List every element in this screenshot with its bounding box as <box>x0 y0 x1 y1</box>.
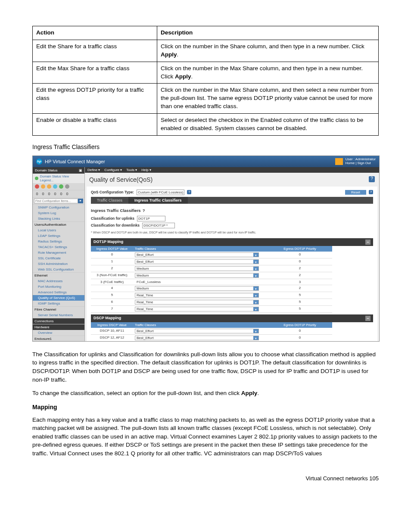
traffic-class-select[interactable]: Medium▾ <box>135 266 259 271</box>
help-icon[interactable]: ? <box>369 176 375 182</box>
table-row: DSCP 10, AF11Best_Effort▾0 <box>91 328 332 335</box>
sidebar: Domain Status▣ Domain Status View Legend… <box>33 167 85 342</box>
egress-priority-cell: 0 <box>274 335 325 341</box>
traffic-class-select[interactable]: Real_Time▾ <box>135 293 259 298</box>
info-icon[interactable]: ? <box>143 208 145 213</box>
nav-item[interactable]: SNMP Configuration <box>33 205 84 210</box>
nav-item[interactable]: SSH Administration <box>33 261 84 267</box>
reset-button[interactable]: Reset <box>345 190 366 195</box>
search-go-button[interactable]: ▸ <box>78 199 83 203</box>
nav-item-qos[interactable]: Quality of Service (QoS) <box>33 295 84 301</box>
nav-item[interactable]: Server Serial Numbers <box>33 312 84 318</box>
status-info-icon[interactable] <box>53 184 57 189</box>
tab-ingress-classifiers[interactable]: Ingress Traffic Classifiers <box>128 197 188 204</box>
nav-item[interactable]: TACACS+ Settings <box>33 244 84 250</box>
traffic-class-select[interactable]: Best_Effort▾ <box>135 329 259 333</box>
nav-item[interactable]: Radius Settings <box>33 239 84 244</box>
nav-item[interactable]: System Log <box>33 210 84 216</box>
action-cell: Edit the Share for a traffic class <box>33 40 157 62</box>
status-ok2-icon[interactable] <box>59 184 63 189</box>
table-row: 3 (Non-FCoE traffic)Medium▾2 <box>91 272 332 279</box>
sidebar-search[interactable]: ▸ <box>33 198 84 205</box>
downlinks-select[interactable]: DSCP/DOT1P * <box>142 223 175 228</box>
action-cell: Edit the egress DOT1P priority for a tra… <box>33 84 157 114</box>
mapping-heading: Mapping <box>32 404 379 411</box>
menu-help[interactable]: Help ▾ <box>141 168 151 172</box>
chevron-down-icon[interactable]: ▾ <box>253 329 258 333</box>
nav-connections[interactable]: Connections <box>33 318 84 324</box>
collapse-icon[interactable]: − <box>365 316 371 321</box>
traffic-class-select[interactable]: Best_Effort▾ <box>135 252 259 257</box>
tab-row: Traffic Classes Ingress Traffic Classifi… <box>91 197 373 204</box>
nav-category[interactable]: Fibre Channel <box>33 306 84 312</box>
menubar: Define ▾ Configure ▾ Tools ▾ Help ▾ <box>85 167 379 173</box>
status-unknown-icon[interactable] <box>65 184 69 189</box>
domain-legend[interactable]: Domain Status View Legend... <box>33 174 84 183</box>
desc-cell: Click on the number in the Max Share col… <box>157 84 379 114</box>
tab-traffic-classes[interactable]: Traffic Classes <box>91 197 128 204</box>
nav-category[interactable]: Ethernet <box>33 272 84 278</box>
nav-item[interactable]: Enclosure1 <box>33 336 84 342</box>
nav-item[interactable]: Local Users <box>33 227 84 233</box>
table-row: 0Best_Effort▾0 <box>91 252 332 258</box>
status-critical-icon[interactable] <box>35 184 39 189</box>
nav-item[interactable]: Stacking Links <box>33 216 84 221</box>
chevron-down-icon[interactable]: ▾ <box>253 274 258 277</box>
nav-category[interactable]: Users/Authentication <box>33 221 84 227</box>
ingress-value-cell: 4 <box>91 285 133 292</box>
footnote: * When DSCP and DOT1P are both in use, D… <box>91 230 373 236</box>
nav-item[interactable]: Port Monitoring <box>33 284 84 289</box>
egress-priority-cell: 3 <box>274 279 325 285</box>
app-titlebar: hp HP Virtual Connect Manager User : Adm… <box>33 156 379 167</box>
traffic-class-select[interactable]: Medium▾ <box>135 273 259 278</box>
menu-tools[interactable]: Tools ▾ <box>126 168 137 172</box>
status-caution-icon[interactable] <box>47 184 51 189</box>
chevron-down-icon[interactable]: ▾ <box>253 293 258 297</box>
home-signout-link[interactable]: Home | Sign Out <box>346 162 376 165</box>
ingress-value-cell: 2 <box>91 265 133 272</box>
info-icon[interactable]: ? <box>369 190 373 194</box>
nav-hardware[interactable]: Hardware <box>33 324 84 330</box>
desc-cell: Select or deselect the checkbox in the E… <box>157 114 379 136</box>
nav-item[interactable]: Advanced Settings <box>33 289 84 295</box>
traffic-class-select[interactable]: Best_Effort▾ <box>135 336 259 340</box>
traffic-class-select[interactable]: Real_Time▾ <box>135 307 259 311</box>
chevron-down-icon[interactable]: ▾ <box>253 300 258 304</box>
action-cell: Edit the Max Share for a traffic class <box>33 62 157 84</box>
chevron-down-icon[interactable]: ▾ <box>253 260 258 264</box>
chevron-down-icon[interactable]: ▾ <box>253 307 258 311</box>
nav-item[interactable]: Overview <box>33 330 84 336</box>
table-row: Edit the Share for a traffic class Click… <box>33 40 379 62</box>
desc-cell: Click on the number in the Share column,… <box>157 40 379 62</box>
dot1p-mapping-table: Ingress DOT1P Value Traffic Classes Egre… <box>91 246 332 313</box>
chevron-down-icon[interactable]: ▾ <box>253 336 258 340</box>
traffic-class-select[interactable]: Real_Time▾ <box>135 300 259 305</box>
traffic-class-static: FCoE_Lossless <box>135 280 161 284</box>
nav-item[interactable]: SSL Certificate <box>33 255 84 261</box>
ingress-value-cell: DSCP 10, AF11 <box>91 328 133 334</box>
egress-priority-cell: 5 <box>274 299 325 305</box>
traffic-class-select[interactable]: Best_Effort▾ <box>135 259 259 264</box>
config-type-label: QoS Configuration Type: <box>91 190 134 194</box>
collapse-icon[interactable]: ▣ <box>79 168 82 172</box>
nav-item[interactable]: IGMP Settings <box>33 301 84 306</box>
home-icon[interactable] <box>335 158 343 165</box>
collapse-icon[interactable]: − <box>365 240 371 245</box>
status-warning-icon[interactable] <box>41 184 45 189</box>
chevron-down-icon[interactable]: ▾ <box>253 253 258 257</box>
chevron-down-icon[interactable]: ▾ <box>253 267 258 271</box>
nav-item[interactable]: Web SSL Configuration <box>33 267 84 272</box>
uplinks-select[interactable]: DOT1P <box>137 216 165 221</box>
egress-priority-cell: 5 <box>274 292 325 299</box>
menu-define[interactable]: Define ▾ <box>87 168 100 172</box>
menu-configure[interactable]: Configure ▾ <box>104 168 122 172</box>
traffic-class-select[interactable]: Medium▾ <box>135 286 259 291</box>
chevron-down-icon[interactable]: ▾ <box>253 286 258 290</box>
status-ok-icon <box>35 177 38 180</box>
info-icon[interactable]: ? <box>187 190 191 194</box>
search-input[interactable] <box>34 199 78 203</box>
nav-item[interactable]: LDAP Settings <box>33 233 84 239</box>
nav-item[interactable]: MAC Addresses <box>33 278 84 284</box>
nav-item[interactable]: Role Management <box>33 250 84 255</box>
config-type-select[interactable]: Custom (with FCoE Lossless) <box>137 190 184 195</box>
